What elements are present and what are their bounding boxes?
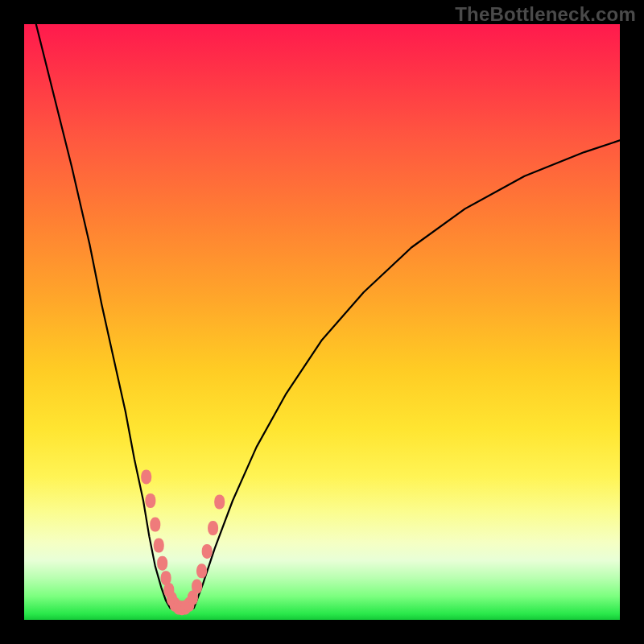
bead-dot (192, 580, 202, 594)
bead-cluster (141, 469, 225, 615)
bead-dot (214, 494, 225, 509)
bead-dot (150, 518, 160, 532)
bead-dot (208, 521, 218, 535)
bead-dot (196, 564, 207, 578)
watermark-text: TheBottleneck.com (455, 3, 636, 26)
bead-dot (154, 539, 164, 553)
bottleneck-curve (36, 24, 620, 611)
bead-dot (202, 544, 213, 559)
curve-layer (24, 24, 620, 620)
bead-dot (141, 469, 151, 484)
bead-dot (157, 556, 167, 571)
chart-frame: TheBottleneck.com (0, 0, 644, 644)
plot-area (24, 24, 620, 620)
bead-dot (145, 493, 155, 508)
